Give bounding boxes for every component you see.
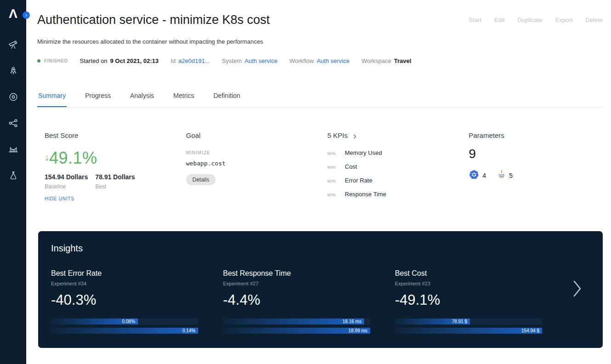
best-bar-fill: 78.91 $	[395, 318, 470, 324]
best-bar-label: 18.16 ms	[343, 318, 361, 324]
sidebar-item-goals[interactable]	[0, 85, 26, 111]
status-badge: FINISHED	[37, 58, 68, 63]
kpi-row: MIN Cost	[327, 163, 462, 170]
kpi-row: MIN Memory Used	[327, 149, 462, 156]
best-bar-fill: 18.16 ms	[223, 318, 364, 324]
sidebar-expand-button[interactable]: ›	[23, 11, 30, 19]
best-score-number: 49.1%	[49, 148, 97, 168]
baseline-bar-fill: 0.14%	[51, 328, 198, 334]
kpi-direction: MIN	[327, 151, 345, 156]
best-label: Best	[95, 183, 135, 190]
main-content: Authentication service - minimize K8s co…	[26, 0, 611, 364]
delete-button[interactable]: Delete	[585, 17, 603, 23]
study-id-label: Id	[171, 57, 176, 64]
summary-section: Best Score ↓ 49.1% 154.94 Dollars Baseli…	[37, 131, 603, 205]
baseline-bar-track: 0.14%	[51, 328, 198, 334]
app-logo: Λ	[0, 0, 26, 22]
java-icon	[498, 170, 505, 181]
best-bar-fill: 0.08%	[51, 318, 138, 324]
kpis-heading-row[interactable]: 5 KPIs ›	[327, 131, 462, 139]
insight-experiment: Experiment #27	[223, 281, 395, 286]
best-bar-track: 78.91 $	[395, 318, 542, 324]
flask-icon	[8, 171, 18, 182]
kpi-row: MIN Response Time	[327, 191, 462, 198]
sidebar-nav	[0, 32, 26, 189]
parameters-breakdown: 4 5	[469, 170, 603, 182]
edit-button[interactable]: Edit	[494, 17, 504, 23]
page-header: Authentication service - minimize K8s co…	[37, 13, 603, 27]
workflow-link[interactable]: Auth service	[317, 57, 350, 64]
insight-card-error-rate: Best Error Rate Experiment #34 -40.3% 0.…	[51, 269, 223, 337]
baseline-label: Baseline	[45, 183, 88, 190]
best-value: 78.91 Dollars	[95, 173, 135, 181]
duplicate-button[interactable]: Duplicate	[518, 17, 542, 23]
chevron-right-icon: ›	[25, 12, 27, 18]
started-on-value: 9 Oct 2021, 02:13	[110, 57, 159, 64]
workspace-ref: Workspace Travel	[361, 57, 411, 64]
goal-heading: Goal	[186, 131, 320, 139]
insight-cards: Best Error Rate Experiment #34 -40.3% 0.…	[51, 269, 590, 337]
goal-panel: Goal MINIMIZE webapp.cost Details	[179, 131, 320, 205]
best-score-heading: Best Score	[45, 131, 179, 139]
insight-bars: 78.91 $ 154.94 $	[395, 318, 542, 334]
tab-analysis[interactable]: Analysis	[129, 88, 155, 107]
meta-row: FINISHED Started on 9 Oct 2021, 02:13 Id…	[37, 57, 603, 64]
insight-value: -4.4%	[223, 292, 395, 308]
best-bar-track: 18.16 ms	[223, 318, 370, 324]
workspace-value: Travel	[394, 57, 411, 64]
parameters-total: 9	[469, 147, 603, 161]
kpis-panel: 5 KPIs › MIN Memory Used MIN Cost MIN Er…	[320, 131, 462, 205]
best-bar-track: 0.08%	[51, 318, 198, 324]
best-score-panel: Best Score ↓ 49.1% 154.94 Dollars Baseli…	[37, 131, 179, 205]
hide-units-button[interactable]: HIDE UNITS	[45, 196, 74, 201]
system-link[interactable]: Auth service	[245, 57, 278, 64]
tab-metrics[interactable]: Metrics	[172, 88, 195, 107]
workflow-ref: Workflow Auth service	[289, 57, 349, 64]
best-bar-label: 78.91 $	[452, 318, 467, 324]
baseline-bar-fill: 18.99 ms	[223, 328, 370, 334]
parameters-panel: Parameters 9 4	[462, 131, 603, 205]
export-button[interactable]: Export	[555, 17, 573, 23]
kubernetes-icon	[469, 170, 479, 182]
insight-bars: 18.16 ms 18.99 ms	[223, 318, 370, 334]
tab-progress[interactable]: Progress	[84, 88, 112, 107]
sidebar-item-telemetry[interactable]	[0, 137, 26, 163]
java-count: 5	[509, 172, 513, 179]
status-dot-icon	[37, 59, 40, 63]
goal-details-button[interactable]: Details	[186, 174, 216, 185]
tab-summary[interactable]: Summary	[37, 88, 67, 107]
telescope-icon	[8, 40, 18, 51]
topology-icon	[8, 118, 18, 130]
insight-card-cost: Best Cost Experiment #23 -49.1% 78.91 $ …	[395, 269, 567, 337]
kubernetes-count: 4	[483, 172, 486, 179]
system-ref: System Auth service	[222, 57, 278, 64]
sidebar-item-optimizations[interactable]	[0, 58, 26, 85]
tab-definition[interactable]: Definition	[212, 88, 241, 107]
start-button[interactable]: Start	[469, 17, 481, 23]
study-id-link[interactable]: a2e0d191...	[178, 57, 210, 64]
kpis-heading: 5 KPIs	[327, 131, 348, 139]
insight-title: Best Response Time	[223, 269, 395, 278]
study-id: Id a2e0d191...	[171, 57, 210, 64]
kpi-row: MIN Error Rate	[327, 177, 462, 184]
insight-title: Best Error Rate	[51, 269, 223, 278]
status-label: FINISHED	[44, 58, 68, 63]
started-on-label: Started on	[80, 57, 107, 64]
sidebar-item-studies[interactable]	[0, 32, 26, 58]
sidebar-item-systems[interactable]	[0, 111, 26, 137]
parameters-heading: Parameters	[469, 131, 603, 139]
system-label: System	[222, 57, 242, 64]
kpi-name: Response Time	[345, 191, 386, 198]
baseline-bar-fill: 154.94 $	[395, 328, 542, 334]
sidebar-item-workflows[interactable]	[0, 163, 26, 189]
insights-next-button[interactable]	[572, 279, 582, 299]
baseline-bar-track: 18.99 ms	[223, 328, 370, 334]
page-title: Authentication service - minimize K8s co…	[37, 13, 270, 27]
best-score-value: ↓ 49.1%	[45, 148, 179, 168]
kpi-name: Memory Used	[345, 149, 382, 156]
score-comparison: 154.94 Dollars Baseline 78.91 Dollars Be…	[45, 173, 179, 190]
sidebar: Λ ›	[0, 0, 26, 364]
kpi-direction: MIN	[327, 193, 345, 197]
target-icon	[8, 92, 18, 104]
baseline-pair: 154.94 Dollars Baseline	[45, 173, 88, 190]
